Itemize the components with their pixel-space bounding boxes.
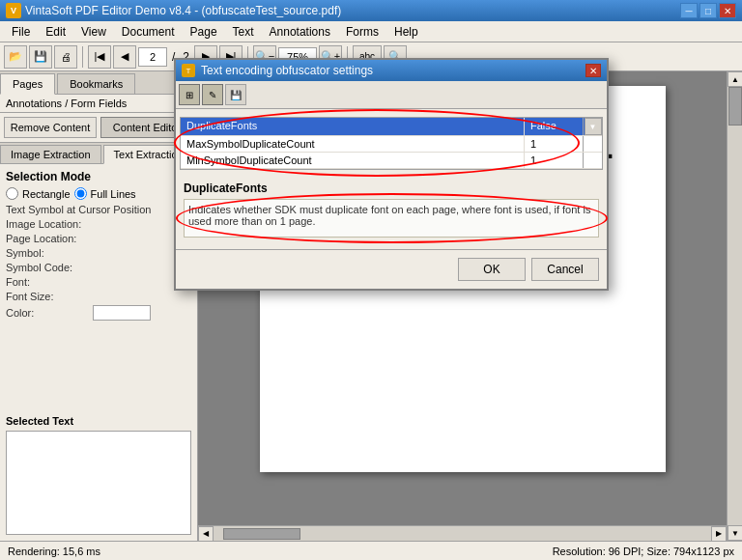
menu-annotations[interactable]: Annotations (262, 23, 338, 41)
radio-rectangle[interactable] (6, 187, 18, 200)
panel-content: Selection Mode Rectangle Full Lines Text… (0, 164, 197, 415)
status-right: Resolution: 96 DPI; Size: 794x1123 px (553, 546, 734, 557)
props-row-1[interactable]: MaxSymbolDuplicateCount 1 (181, 136, 602, 153)
first-page-button[interactable]: |◀ (88, 45, 111, 69)
dialog-close-button[interactable]: ✕ (585, 64, 601, 77)
dialog-toolbar: ⊞ ✎ 💾 (176, 81, 607, 109)
v-scroll-up-btn[interactable]: ▲ (728, 71, 742, 87)
close-button[interactable]: ✕ (719, 3, 736, 18)
h-scroll-right-btn[interactable]: ▶ (711, 526, 727, 542)
tab-image-extraction[interactable]: Image Extraction (0, 145, 101, 163)
description-section: DuplicateFonts Indicates whether SDK mus… (180, 178, 603, 241)
menu-edit[interactable]: Edit (38, 23, 73, 41)
text-encoding-dialog: T Text encoding obfuscator settings ✕ ⊞ … (174, 58, 609, 291)
annotations-form-fields-label: Annotations / Form Fields (0, 95, 197, 113)
radio-full-lines-label: Full Lines (91, 188, 136, 200)
dialog-body: DuplicateFonts False ▼ MaxSymbolDuplicat… (176, 109, 607, 249)
tab-pages[interactable]: Pages (0, 73, 55, 95)
description-text: Indicates whether SDK must duplicate fon… (184, 199, 599, 238)
props-value-0: False (525, 118, 583, 135)
left-panel: Pages Bookmarks Annotations / Form Field… (0, 71, 198, 541)
print-button[interactable]: 🖨 (54, 45, 77, 69)
radio-rectangle-label: Rectangle (22, 188, 71, 200)
props-section: DuplicateFonts False ▼ MaxSymbolDuplicat… (180, 113, 603, 174)
color-row: Color: (6, 305, 191, 321)
selection-mode-title: Selection Mode (6, 170, 191, 183)
props-name-1: MaxSymbolDuplicateCount (181, 136, 525, 152)
ok-button[interactable]: OK (458, 258, 526, 281)
maximize-button[interactable]: □ (699, 3, 717, 18)
props-value-1: 1 (525, 136, 583, 152)
dialog-title-bar: T Text encoding obfuscator settings ✕ (176, 60, 607, 81)
text-symbol-position-label: Text Symbol at Cursor Position (6, 204, 191, 215)
dialog-icon: T (182, 64, 195, 77)
page-location-label: Page Location: (6, 233, 93, 244)
props-dropdown-1 (583, 136, 602, 152)
dialog-title-text: T Text encoding obfuscator settings (182, 64, 373, 77)
props-name-0: DuplicateFonts (181, 118, 525, 135)
props-dropdown-0[interactable]: ▼ (583, 118, 602, 135)
h-scroll-thumb[interactable] (223, 528, 300, 540)
color-box[interactable] (93, 305, 151, 321)
h-scroll-track (214, 526, 711, 541)
sub-buttons-row: Remove Content Content Editor (0, 113, 197, 143)
title-bar-left: V VintaSoft PDF Editor Demo v8.4 - (obfu… (6, 3, 341, 18)
menu-view[interactable]: View (73, 23, 114, 41)
menu-text[interactable]: Text (225, 23, 262, 41)
menu-help[interactable]: Help (386, 23, 426, 41)
props-value-2: 1 (525, 153, 583, 168)
open-button[interactable]: 📂 (4, 45, 27, 69)
menu-page[interactable]: Page (183, 23, 225, 41)
title-bar: V VintaSoft PDF Editor Demo v8.4 - (obfu… (0, 0, 742, 21)
props-name-2: MinSymbolDuplicateCount (181, 153, 525, 168)
props-dropdown-btn-0[interactable]: ▼ (585, 118, 602, 135)
page-location-row: Page Location: (6, 233, 191, 244)
font-size-row: Font Size: (6, 291, 191, 302)
description-title: DuplicateFonts (184, 182, 599, 195)
toolbar-sep-1 (82, 46, 83, 68)
tab-bookmarks[interactable]: Bookmarks (57, 73, 135, 94)
selected-text-label: Selected Text (6, 415, 191, 427)
selected-text-section: Selected Text (0, 415, 197, 541)
symbol-row: Symbol: (6, 247, 191, 259)
image-location-row: Image Location: (6, 218, 191, 230)
prev-page-button[interactable]: ◀ (113, 45, 136, 69)
menu-document[interactable]: Document (114, 23, 183, 41)
font-label: Font: (6, 276, 93, 288)
cancel-button[interactable]: Cancel (531, 258, 599, 281)
menu-forms[interactable]: Forms (338, 23, 386, 41)
props-dropdown-2 (583, 153, 602, 168)
props-grid: DuplicateFonts False ▼ MaxSymbolDuplicat… (180, 117, 603, 170)
dialog-grid-btn[interactable]: ⊞ (179, 84, 200, 105)
menu-file[interactable]: File (4, 23, 38, 41)
color-label: Color: (6, 307, 93, 319)
v-scrollbar: ▲ ▼ (727, 71, 742, 541)
dialog-save-btn[interactable]: 💾 (225, 84, 246, 105)
window-controls: ─ □ ✕ (680, 3, 736, 18)
top-tabs-row: Pages Bookmarks (0, 71, 197, 95)
dialog-edit-btn[interactable]: ✎ (202, 84, 223, 105)
radio-row: Rectangle Full Lines (6, 187, 191, 200)
radio-full-lines[interactable] (74, 187, 87, 200)
v-scroll-down-btn[interactable]: ▼ (728, 525, 742, 541)
status-left: Rendering: 15,6 ms (8, 546, 100, 557)
status-bar: Rendering: 15,6 ms Resolution: 96 DPI; S… (0, 541, 742, 560)
image-location-label: Image Location: (6, 218, 93, 230)
page-number-input[interactable] (138, 47, 167, 67)
props-row-0[interactable]: DuplicateFonts False ▼ (181, 118, 602, 136)
h-scroll-left-btn[interactable]: ◀ (198, 526, 214, 542)
minimize-button[interactable]: ─ (680, 3, 698, 18)
props-row-2[interactable]: MinSymbolDuplicateCount 1 (181, 153, 602, 169)
symbol-code-label: Symbol Code: (6, 262, 93, 273)
font-row: Font: (6, 276, 191, 288)
app-icon: V (6, 3, 21, 18)
v-scroll-thumb[interactable] (728, 87, 742, 126)
extract-tabs-row: Image Extraction Text Extraction (0, 143, 197, 164)
remove-content-button[interactable]: Remove Content (4, 117, 97, 138)
font-size-label: Font Size: (6, 291, 93, 302)
symbol-label: Symbol: (6, 247, 93, 259)
selected-text-area[interactable] (6, 431, 191, 535)
menu-bar: File Edit View Document Page Text Annota… (0, 21, 742, 42)
dialog-footer: OK Cancel (176, 249, 607, 289)
save-button[interactable]: 💾 (29, 45, 52, 69)
